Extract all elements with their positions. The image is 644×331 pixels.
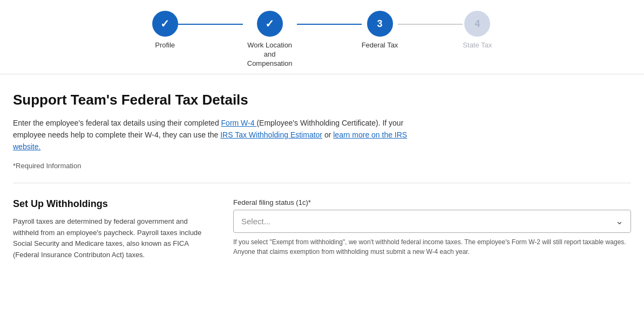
right-column: Federal filing status (1c)* Select... Si… (233, 198, 631, 257)
withholdings-title: Set Up Withholdings (13, 198, 207, 210)
connector-2 (297, 24, 362, 25)
intro-text-1: Enter the employee's federal tax details… (13, 119, 221, 127)
stepper: ✓ Profile ✓ Work Location and Compensati… (152, 11, 492, 68)
connector-1 (178, 24, 243, 25)
step-circle-state-tax: 4 (464, 11, 490, 37)
checkmark-profile: ✓ (160, 17, 170, 30)
form-w4-link[interactable]: Form W-4 (221, 119, 257, 127)
checkmark-work-location: ✓ (265, 17, 274, 30)
intro-text-3: or (322, 130, 333, 139)
step-federal-tax: 3 Federal Tax (362, 11, 398, 50)
step-circle-profile: ✓ (152, 11, 178, 37)
stepper-section: ✓ Profile ✓ Work Location and Compensati… (0, 0, 644, 74)
step-number-state-tax: 4 (474, 18, 480, 30)
step-number-federal-tax: 3 (377, 18, 383, 30)
intro-paragraph: Enter the employee's federal tax details… (13, 117, 412, 153)
step-label-federal-tax: Federal Tax (362, 41, 398, 50)
page-title: Support Team's Federal Tax Details (13, 92, 631, 108)
step-label-profile: Profile (155, 41, 175, 50)
step-label-state-tax: State Tax (463, 41, 492, 50)
required-info: *Required Information (13, 162, 631, 170)
left-column: Set Up Withholdings Payroll taxes are de… (13, 198, 207, 261)
main-content: Support Team's Federal Tax Details Enter… (0, 74, 644, 274)
step-work-location: ✓ Work Location and Compensation (243, 11, 297, 68)
step-label-work-location: Work Location and Compensation (243, 41, 297, 68)
step-circle-federal-tax: 3 (367, 11, 393, 37)
filing-status-helper-text: If you select "Exempt from withholding",… (233, 237, 631, 257)
filing-status-select[interactable]: Select... Single or Married filing separ… (233, 210, 631, 233)
withholdings-description: Payroll taxes are determined by federal … (13, 216, 207, 261)
section-divider (13, 183, 631, 183)
step-state-tax: 4 State Tax (463, 11, 492, 50)
step-profile: ✓ Profile (152, 11, 178, 50)
irs-estimator-link[interactable]: IRS Tax Withholding Estimator (220, 130, 322, 139)
two-column-layout: Set Up Withholdings Payroll taxes are de… (13, 198, 631, 261)
page-wrapper: ✓ Profile ✓ Work Location and Compensati… (0, 0, 644, 274)
filing-status-select-wrapper: Select... Single or Married filing separ… (233, 210, 631, 233)
step-circle-work-location: ✓ (257, 11, 283, 37)
filing-status-label: Federal filing status (1c)* (233, 198, 631, 206)
connector-3 (398, 24, 463, 25)
